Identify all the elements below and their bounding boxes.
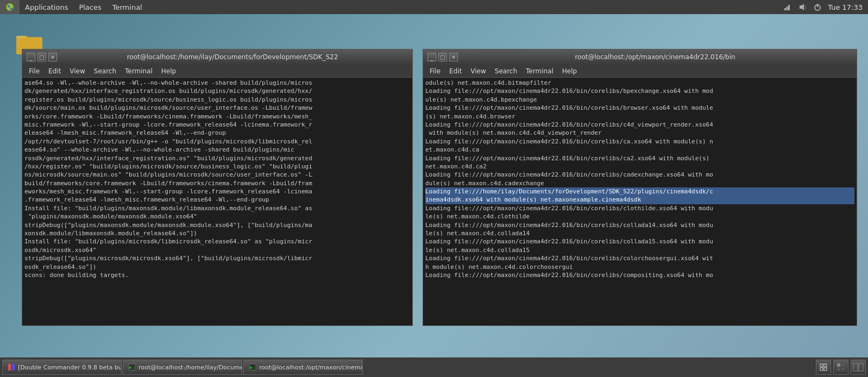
terminal-line: stripDebug(["plugins/microsdk/microsdk.x…: [24, 254, 410, 262]
terminal-line: Loading file:///opt/maxon/cinema4dr22.01…: [425, 154, 854, 162]
menu-view-2[interactable]: View: [466, 66, 490, 76]
menu-search-1[interactable]: Search: [90, 66, 121, 76]
menu-view-1[interactable]: View: [65, 66, 89, 76]
terminal-2-menubar: File Edit View Search Terminal Help: [423, 65, 857, 78]
svg-text:▶_: ▶_: [129, 365, 135, 370]
menu-help-2[interactable]: Help: [558, 66, 581, 76]
terminal-line: le(s) net.maxon.c4d.collada14: [425, 229, 854, 237]
menu-help-1[interactable]: Help: [157, 66, 180, 76]
maximize-btn-1[interactable]: □: [37, 53, 46, 61]
taskbar-workspace-1[interactable]: [833, 360, 848, 375]
terminal-line: rosdk/generated/hxx/interface_registrati…: [24, 154, 410, 162]
terminal-1-body[interactable]: ase64.so -Wl,--whole-archive -Wl,--no-wh…: [22, 78, 412, 325]
terminal-line: Loading file:///opt/maxon/cinema4dr22.01…: [425, 171, 854, 179]
close-btn-1[interactable]: ✕: [48, 53, 57, 61]
applications-menu[interactable]: Applications: [20, 0, 73, 14]
terminal-line: ns/microsdk/source/main.os" "build/plugi…: [24, 171, 410, 179]
terminal-line: register.os build/plugins/microsdk/sourc…: [24, 96, 410, 104]
terminal-line: scons: done building targets.: [24, 271, 410, 279]
terminal-line: inema4dsdk.xso64 with module(s) net.maxo…: [425, 196, 854, 204]
svg-rect-8: [817, 4, 818, 7]
menu-terminal-1[interactable]: Terminal: [121, 66, 157, 76]
svg-text:▶_: ▶_: [250, 365, 255, 370]
terminal-1-titlebar: _ □ ✕ root@localhost:/home/ilay/Document…: [22, 49, 412, 65]
terminal-line: dk/generated/hxx/interface_registration.…: [24, 87, 410, 95]
terminal-line: stripDebug(["plugins/maxonsdk.module/max…: [24, 221, 410, 229]
top-bar: 🐾 Applications Places Terminal ): [0, 0, 868, 14]
top-bar-left: 🐾 Applications Places Terminal: [0, 0, 148, 14]
terminal-line: Loading file:///opt/maxon/cinema4dr22.01…: [425, 221, 854, 229]
svg-rect-2: [784, 8, 786, 10]
close-btn-2[interactable]: ✕: [449, 53, 458, 61]
taskbar-workspace-2[interactable]: [851, 360, 866, 375]
terminal-line: dk/source/main.os build/plugins/microsdk…: [24, 104, 410, 112]
taskbar-item-term2[interactable]: ▶_ root@localhost:/opt/maxon/cinema...: [243, 360, 363, 375]
svg-rect-25: [841, 368, 845, 371]
svg-rect-27: [859, 363, 863, 371]
terminal-line: "plugins/maxonsdk.module/maxonsdk.module…: [24, 212, 410, 221]
terminal-line: eworks/mesh_misc.framework -Wl,--start-g…: [24, 187, 410, 196]
terminal-line: le(s) net.maxon.c4d.collada15: [425, 246, 854, 254]
terminal-line: build/frameworks/core.framework -Lbuild/…: [24, 179, 410, 187]
app-logo[interactable]: 🐾: [0, 0, 20, 14]
terminal-line: Loading file:///opt/maxon/cinema4dr22.01…: [425, 121, 854, 129]
dc-icon: [7, 363, 16, 372]
menu-edit-2[interactable]: Edit: [445, 66, 466, 76]
menu-file-1[interactable]: File: [24, 66, 44, 76]
terminal-line: ase64.so -Wl,--whole-archive -Wl,--no-wh…: [24, 79, 410, 87]
bottom-taskbar: [Double Commander 0.9.8 beta buil... ▶_ …: [0, 357, 868, 377]
svg-rect-13: [12, 364, 15, 370]
terminal-line: Install file: "build/plugins/maxonsdk.mo…: [24, 204, 410, 212]
network-icon[interactable]: [782, 2, 792, 12]
terminal-line: xonsdk.module/libmaxonsdk.module_release…: [24, 229, 410, 237]
terminal-line: Loading file:///home/ilay/Documents/forD…: [425, 187, 854, 196]
taskbar-right: [816, 360, 866, 375]
terminal-1-menubar: File Edit View Search Terminal Help: [22, 65, 412, 78]
volume-icon[interactable]: ): [797, 2, 807, 12]
power-icon[interactable]: [813, 2, 822, 12]
maximize-btn-2[interactable]: □: [438, 53, 447, 61]
terminal-line: (s) net.maxon.c4d.browser: [425, 112, 854, 121]
svg-rect-3: [787, 7, 788, 10]
terminal-line: Loading file:///opt/maxon/cinema4dr22.01…: [425, 271, 854, 279]
minimize-btn-1[interactable]: _: [27, 53, 35, 61]
minimize-btn-2[interactable]: _: [427, 53, 436, 61]
svg-rect-22: [837, 363, 840, 367]
terminal-line: le(s) net.maxon.c4d.clothilde: [425, 212, 854, 221]
terminal-window-2: _ □ ✕ root@localhost:/opt/maxon/cinema4d…: [423, 49, 857, 326]
terminal-line: with module(s) net.maxon.c4d.c4d_viewpor…: [425, 129, 854, 137]
terminal-line: Loading file:///opt/maxon/cinema4dr22.01…: [425, 254, 854, 262]
terminal-line: h module(s) net.maxon.c4d.colorchoosergu…: [425, 263, 854, 271]
places-menu[interactable]: Places: [73, 0, 106, 14]
terminal-line: ease64.so" --whole-archive -Wl,--no-whol…: [24, 146, 410, 154]
terminal-line: Loading file:///opt/maxon/cinema4dr22.01…: [425, 87, 854, 95]
window-controls-1: _ □ ✕: [27, 53, 57, 61]
clock: Tue 17:33: [828, 3, 863, 11]
terminal-line: osdk/microsdk.xso64": [24, 246, 410, 254]
terminal-2-title: root@localhost:/opt/maxon/cinema4dr22.01…: [458, 53, 852, 61]
svg-rect-21: [824, 368, 827, 370]
taskbar-show-desktop[interactable]: [816, 360, 831, 375]
terminal-line: osdk_release64.so"]): [24, 263, 410, 271]
svg-text:): ): [804, 5, 806, 10]
taskbar-item-dc[interactable]: [Double Commander 0.9.8 beta buil...: [2, 360, 122, 375]
terminal-2-body[interactable]: odule(s) net.maxon.c4d.bitmapfilterLoadi…: [423, 78, 857, 325]
terminal-line: Install file: "build/plugins/microsdk/li…: [24, 237, 410, 246]
svg-rect-20: [820, 368, 823, 370]
taskbar-item-term1[interactable]: ▶_ root@localhost:/home/ilay/Docume...: [123, 360, 242, 375]
terminal-line: dule(s) net.maxon.c4d.cadexchange: [425, 179, 854, 187]
menu-edit-1[interactable]: Edit: [44, 66, 65, 76]
svg-rect-12: [8, 364, 11, 370]
terminal-line: /hxx/register.os" "build/plugins/microsd…: [24, 162, 410, 171]
menu-search-2[interactable]: Search: [490, 66, 521, 76]
terminal-line: .framework_release64 -lmesh_misc.framewo…: [24, 196, 410, 204]
svg-rect-26: [853, 363, 858, 371]
svg-text:🐾: 🐾: [7, 4, 14, 11]
terminal-menu[interactable]: Terminal: [107, 0, 148, 14]
menu-file-2[interactable]: File: [425, 66, 445, 76]
menu-terminal-2[interactable]: Terminal: [521, 66, 558, 76]
terminal-line: Loading file:///opt/maxon/cinema4dr22.01…: [425, 237, 854, 246]
terminal-line: /opt/rh/devtoolset-7/root/usr/bin/g++ -o…: [24, 137, 410, 146]
terminal-line: misc.framework -Wl,--start-group -lcore.…: [24, 121, 410, 129]
terminal-line: odule(s) net.maxon.c4d.bitmapfilter: [425, 79, 854, 87]
